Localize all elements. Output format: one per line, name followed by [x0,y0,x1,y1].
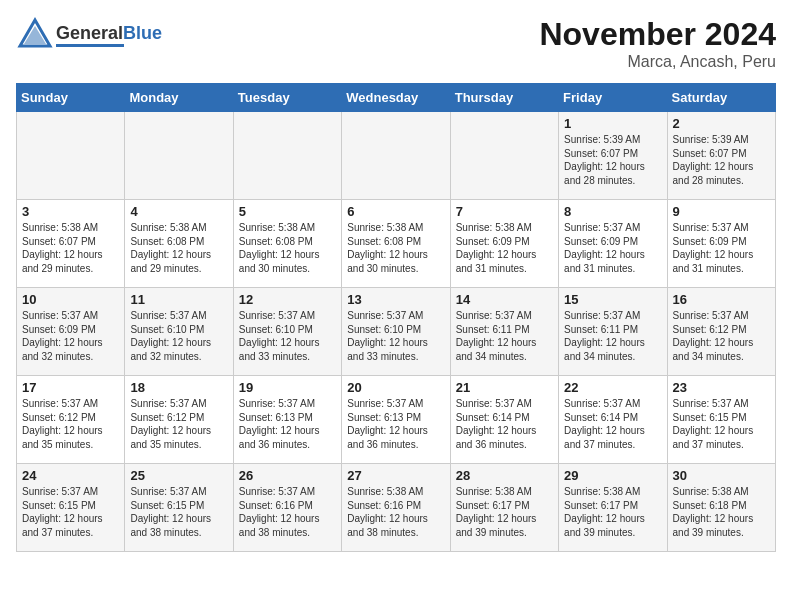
calendar-dow-sunday: Sunday [17,84,125,112]
day-number: 19 [239,380,336,395]
day-number: 14 [456,292,553,307]
title-block: November 2024 Marca, Ancash, Peru [539,16,776,71]
cell-info: Daylight: 12 hours and 31 minutes. [673,248,770,275]
cell-info: Daylight: 12 hours and 36 minutes. [239,424,336,451]
cell-info: Sunrise: 5:37 AM [564,221,661,235]
cell-info: Sunrise: 5:37 AM [673,397,770,411]
calendar-cell [342,112,450,200]
cell-info: Daylight: 12 hours and 37 minutes. [673,424,770,451]
cell-info: Sunrise: 5:38 AM [239,221,336,235]
cell-info: Sunrise: 5:37 AM [673,309,770,323]
cell-info: Sunrise: 5:39 AM [673,133,770,147]
calendar-cell: 29Sunrise: 5:38 AMSunset: 6:17 PMDayligh… [559,464,667,552]
calendar-cell: 2Sunrise: 5:39 AMSunset: 6:07 PMDaylight… [667,112,775,200]
page-title: November 2024 [539,16,776,53]
cell-info: Daylight: 12 hours and 34 minutes. [456,336,553,363]
day-number: 29 [564,468,661,483]
cell-info: Daylight: 12 hours and 35 minutes. [130,424,227,451]
day-number: 9 [673,204,770,219]
cell-info: Sunset: 6:10 PM [239,323,336,337]
calendar-dow-thursday: Thursday [450,84,558,112]
calendar-cell: 23Sunrise: 5:37 AMSunset: 6:15 PMDayligh… [667,376,775,464]
logo: GeneralBlue [16,16,162,54]
calendar-cell: 28Sunrise: 5:38 AMSunset: 6:17 PMDayligh… [450,464,558,552]
cell-info: Daylight: 12 hours and 36 minutes. [347,424,444,451]
cell-info: Daylight: 12 hours and 39 minutes. [456,512,553,539]
calendar-cell: 30Sunrise: 5:38 AMSunset: 6:18 PMDayligh… [667,464,775,552]
cell-info: Sunset: 6:07 PM [22,235,119,249]
calendar-dow-friday: Friday [559,84,667,112]
day-number: 5 [239,204,336,219]
cell-info: Sunset: 6:07 PM [673,147,770,161]
cell-info: Sunrise: 5:37 AM [456,397,553,411]
cell-info: Sunrise: 5:38 AM [564,485,661,499]
cell-info: Sunrise: 5:38 AM [673,485,770,499]
cell-info: Daylight: 12 hours and 39 minutes. [564,512,661,539]
cell-info: Sunset: 6:17 PM [456,499,553,513]
day-number: 22 [564,380,661,395]
day-number: 2 [673,116,770,131]
calendar-cell: 12Sunrise: 5:37 AMSunset: 6:10 PMDayligh… [233,288,341,376]
cell-info: Sunrise: 5:38 AM [130,221,227,235]
day-number: 8 [564,204,661,219]
day-number: 21 [456,380,553,395]
logo-underline [56,44,124,47]
cell-info: Sunrise: 5:38 AM [347,485,444,499]
cell-info: Sunset: 6:16 PM [347,499,444,513]
cell-info: Sunset: 6:18 PM [673,499,770,513]
day-number: 6 [347,204,444,219]
cell-info: Daylight: 12 hours and 29 minutes. [130,248,227,275]
cell-info: Sunset: 6:12 PM [673,323,770,337]
cell-info: Sunrise: 5:39 AM [564,133,661,147]
calendar-cell: 6Sunrise: 5:38 AMSunset: 6:08 PMDaylight… [342,200,450,288]
calendar-cell: 18Sunrise: 5:37 AMSunset: 6:12 PMDayligh… [125,376,233,464]
cell-info: Daylight: 12 hours and 34 minutes. [564,336,661,363]
cell-info: Sunrise: 5:37 AM [347,309,444,323]
cell-info: Sunset: 6:10 PM [130,323,227,337]
day-number: 26 [239,468,336,483]
cell-info: Sunset: 6:09 PM [564,235,661,249]
calendar-dow-monday: Monday [125,84,233,112]
calendar-cell: 7Sunrise: 5:38 AMSunset: 6:09 PMDaylight… [450,200,558,288]
cell-info: Sunset: 6:15 PM [673,411,770,425]
cell-info: Daylight: 12 hours and 38 minutes. [239,512,336,539]
cell-info: Daylight: 12 hours and 31 minutes. [456,248,553,275]
cell-info: Daylight: 12 hours and 33 minutes. [239,336,336,363]
cell-info: Sunset: 6:08 PM [130,235,227,249]
cell-info: Sunset: 6:09 PM [22,323,119,337]
calendar-week-4: 17Sunrise: 5:37 AMSunset: 6:12 PMDayligh… [17,376,776,464]
cell-info: Sunset: 6:14 PM [564,411,661,425]
cell-info: Sunrise: 5:37 AM [564,397,661,411]
cell-info: Daylight: 12 hours and 30 minutes. [347,248,444,275]
cell-info: Sunset: 6:12 PM [130,411,227,425]
cell-info: Daylight: 12 hours and 35 minutes. [22,424,119,451]
cell-info: Sunrise: 5:37 AM [239,397,336,411]
cell-info: Sunrise: 5:37 AM [456,309,553,323]
calendar-cell [125,112,233,200]
calendar-cell: 11Sunrise: 5:37 AMSunset: 6:10 PMDayligh… [125,288,233,376]
cell-info: Daylight: 12 hours and 28 minutes. [673,160,770,187]
cell-info: Daylight: 12 hours and 37 minutes. [22,512,119,539]
calendar-cell: 1Sunrise: 5:39 AMSunset: 6:07 PMDaylight… [559,112,667,200]
calendar-cell: 15Sunrise: 5:37 AMSunset: 6:11 PMDayligh… [559,288,667,376]
day-number: 11 [130,292,227,307]
calendar-week-5: 24Sunrise: 5:37 AMSunset: 6:15 PMDayligh… [17,464,776,552]
day-number: 7 [456,204,553,219]
calendar-body: 1Sunrise: 5:39 AMSunset: 6:07 PMDaylight… [17,112,776,552]
cell-info: Sunrise: 5:38 AM [456,485,553,499]
cell-info: Daylight: 12 hours and 38 minutes. [347,512,444,539]
calendar-dow-tuesday: Tuesday [233,84,341,112]
calendar-cell: 8Sunrise: 5:37 AMSunset: 6:09 PMDaylight… [559,200,667,288]
cell-info: Sunrise: 5:37 AM [22,397,119,411]
logo-general: General [56,23,123,43]
page-header: GeneralBlue November 2024 Marca, Ancash,… [16,16,776,71]
calendar-cell: 22Sunrise: 5:37 AMSunset: 6:14 PMDayligh… [559,376,667,464]
calendar-week-1: 1Sunrise: 5:39 AMSunset: 6:07 PMDaylight… [17,112,776,200]
calendar-cell: 10Sunrise: 5:37 AMSunset: 6:09 PMDayligh… [17,288,125,376]
cell-info: Sunset: 6:15 PM [130,499,227,513]
calendar-cell: 4Sunrise: 5:38 AMSunset: 6:08 PMDaylight… [125,200,233,288]
cell-info: Sunrise: 5:37 AM [22,309,119,323]
day-number: 4 [130,204,227,219]
cell-info: Sunrise: 5:37 AM [239,309,336,323]
calendar-week-2: 3Sunrise: 5:38 AMSunset: 6:07 PMDaylight… [17,200,776,288]
